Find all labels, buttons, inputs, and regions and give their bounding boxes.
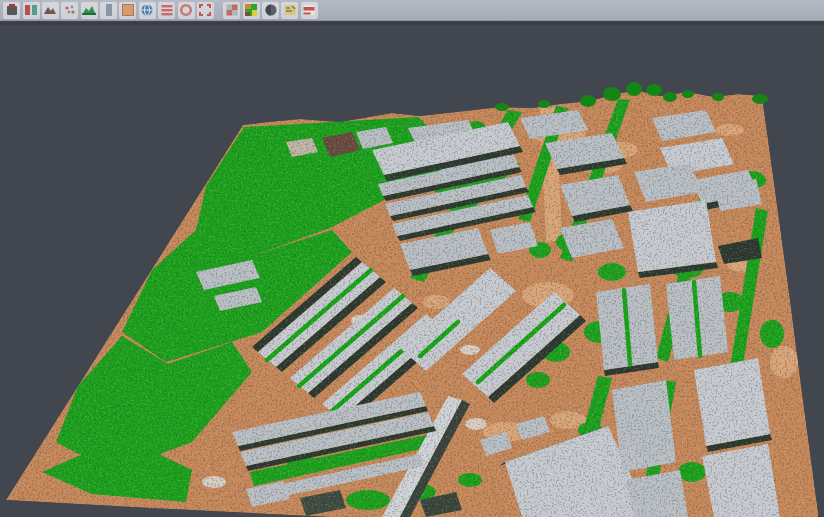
import-data-button[interactable] [3, 2, 20, 19]
split-compare-button[interactable] [23, 2, 40, 19]
annotation-note-button[interactable] [281, 2, 298, 19]
terrain-dark-button[interactable] [42, 2, 59, 19]
tree-canopy [646, 84, 662, 96]
tree-canopy [712, 93, 724, 101]
tree-canopy [603, 87, 621, 101]
terrain-green-button[interactable] [81, 2, 98, 19]
tree-canopy [663, 92, 677, 102]
sphere-shade-button[interactable] [262, 2, 279, 19]
split-compare-icon [23, 2, 39, 18]
tree-canopy [682, 90, 694, 98]
globe-view-icon [139, 2, 155, 18]
viewport-top-inset [0, 22, 824, 25]
tree-canopy [580, 95, 596, 107]
ortho-tile-button[interactable] [119, 2, 136, 19]
flag-marker-button[interactable] [301, 2, 318, 19]
terrain-green-icon [81, 2, 97, 18]
viewport-3d[interactable] [0, 22, 824, 517]
tree-canopy [495, 103, 509, 111]
target-ring-button[interactable] [178, 2, 195, 19]
scatter-points-icon [62, 2, 78, 18]
sphere-shade-icon [263, 2, 279, 18]
terrain-dark-icon [42, 2, 58, 18]
tree-canopy [538, 100, 550, 108]
checker-filter-button[interactable] [223, 2, 240, 19]
tree-canopy [626, 82, 642, 96]
main-toolbar [0, 0, 824, 21]
tree-canopy [752, 94, 768, 104]
viewport-3d-scene[interactable] [0, 22, 824, 517]
crop-region-icon [197, 2, 213, 18]
target-ring-icon [178, 2, 194, 18]
application-window [0, 0, 824, 517]
crop-region-button[interactable] [197, 2, 214, 19]
layer-stack-icon [159, 2, 175, 18]
annotation-note-icon [282, 2, 298, 18]
classification-map-icon [243, 2, 259, 18]
ortho-tile-icon [120, 2, 136, 18]
panel-view-icon [101, 2, 117, 18]
checker-filter-icon [224, 2, 240, 18]
classification-map-button[interactable] [243, 2, 260, 19]
flag-marker-icon [301, 2, 317, 18]
globe-view-button[interactable] [139, 2, 156, 19]
scatter-points-button[interactable] [61, 2, 78, 19]
panel-view-button[interactable] [100, 2, 117, 19]
layer-stack-button[interactable] [158, 2, 175, 19]
import-data-icon [4, 2, 20, 18]
